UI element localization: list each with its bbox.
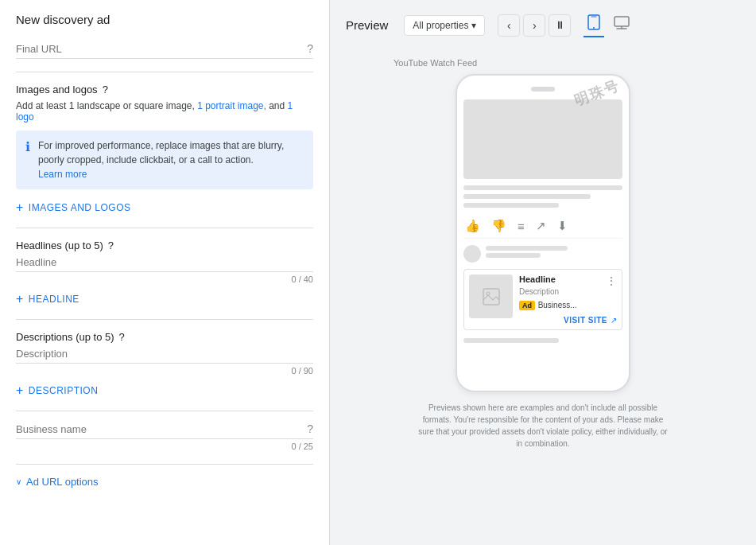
headline-char-count: 0 / 40: [16, 274, 313, 284]
headline-field-row: [16, 256, 313, 272]
business-name-char-count: 0 / 25: [16, 442, 313, 451]
next-button[interactable]: ›: [523, 14, 545, 37]
page-title: New discovery ad: [16, 13, 313, 26]
chevron-down-icon: ▾: [471, 20, 476, 31]
plus-icon-desc: +: [16, 383, 24, 398]
final-url-section: ?: [16, 42, 313, 59]
ad-card-content: Headline ⋮ Description Ad Business... VI…: [519, 274, 617, 325]
images-logos-header: Images and logos ?: [16, 84, 313, 95]
device-icons: [583, 13, 633, 37]
descriptions-help-icon[interactable]: ?: [119, 331, 125, 343]
business-name-input[interactable]: [16, 423, 307, 435]
images-logos-label: Images and logos: [16, 84, 98, 95]
headlines-section: Headlines (up to 5) ? 0 / 40 + HEADLINE: [16, 239, 313, 306]
descriptions-label: Descriptions (up to 5): [16, 331, 114, 343]
pause-button[interactable]: ⏸: [549, 14, 571, 37]
download-icon[interactable]: ⬇: [557, 219, 568, 233]
divider-3: [16, 319, 313, 320]
svg-point-1: [593, 27, 595, 29]
images-info-box: ℹ For improved performance, replace imag…: [16, 130, 313, 189]
plus-icon-headline: +: [16, 292, 24, 306]
ad-card-headline: Headline: [519, 274, 556, 284]
more-vert-icon[interactable]: ⋮: [606, 274, 617, 287]
comment-icon[interactable]: ≡: [518, 220, 525, 233]
gray-line-1: [463, 185, 622, 190]
properties-label: All properties: [413, 20, 468, 31]
thumb-down-icon[interactable]: 👎: [491, 219, 506, 233]
preview-sublabel: YouTube Watch Feed: [394, 58, 477, 68]
thumb-up-icon[interactable]: 👍: [465, 219, 480, 233]
ad-card-badge-row: Ad Business...: [519, 298, 617, 313]
right-panel: Preview All properties ▾ ‹ › ⏸ YouTube W…: [330, 0, 756, 545]
external-link-icon: ↗: [611, 316, 617, 325]
descriptions-section: Descriptions (up to 5) ? 0 / 90 + DESCRI…: [16, 331, 313, 398]
preview-header: Preview All properties ▾ ‹ › ⏸: [346, 13, 740, 37]
headlines-help-icon[interactable]: ?: [108, 239, 114, 251]
preview-title: Preview: [346, 18, 388, 32]
learn-more-link[interactable]: Learn more: [38, 169, 87, 180]
preview-footer: Previews shown here are examples and don…: [416, 402, 670, 450]
divider-5: [16, 464, 313, 465]
final-url-help-icon[interactable]: ?: [307, 42, 313, 55]
visit-site-button[interactable]: VISIT SITE: [564, 316, 607, 325]
channel-sub-line: [486, 253, 541, 258]
info-icon: ℹ: [25, 139, 30, 154]
svg-rect-3: [614, 17, 629, 26]
business-name-help-icon[interactable]: ?: [307, 422, 313, 435]
ad-card-footer: VISIT SITE ↗: [519, 316, 617, 325]
phone-image-area: [463, 99, 622, 179]
images-logos-subtitle: Add at least 1 landscape or square image…: [16, 100, 313, 123]
channel-info: [486, 246, 622, 262]
gray-line-3: [463, 203, 559, 208]
mobile-icon[interactable]: [583, 13, 604, 37]
add-headline-label: HEADLINE: [29, 294, 79, 305]
channel-name-line: [486, 246, 568, 251]
headlines-header: Headlines (up to 5) ?: [16, 239, 313, 251]
info-text: For improved performance, replace images…: [38, 138, 304, 181]
channel-avatar: [463, 245, 481, 263]
headline-input[interactable]: [16, 256, 313, 268]
final-url-input[interactable]: [16, 43, 307, 55]
divider-2: [16, 228, 313, 228]
left-panel: New discovery ad ? Images and logos ? Ad…: [0, 0, 330, 545]
phone-notch: [531, 87, 555, 91]
bottom-gray-lines: [463, 338, 622, 343]
add-description-label: DESCRIPTION: [29, 385, 99, 396]
properties-dropdown[interactable]: All properties ▾: [404, 15, 485, 36]
action-icons-row: 👍 👎 ≡ ↗ ⬇: [463, 214, 622, 239]
add-description-button[interactable]: + DESCRIPTION: [16, 383, 313, 398]
descriptions-header: Descriptions (up to 5) ?: [16, 331, 313, 343]
phone-gray-lines: [463, 185, 622, 208]
description-input[interactable]: [16, 348, 313, 360]
nav-controls: ‹ › ⏸: [498, 14, 571, 37]
business-name-section: ? 0 / 25: [16, 422, 313, 451]
final-url-row: ?: [16, 42, 313, 59]
images-logos-help-icon[interactable]: ?: [103, 84, 108, 95]
add-headline-button[interactable]: + HEADLINE: [16, 292, 313, 306]
svg-rect-6: [483, 289, 499, 305]
channel-row: [463, 245, 622, 263]
description-char-count: 0 / 90: [16, 366, 313, 376]
ad-card-top-row: Headline ⋮: [519, 274, 617, 287]
images-logos-section: Images and logos ? Add at least 1 landsc…: [16, 84, 313, 215]
description-field-row: [16, 348, 313, 364]
add-images-logos-button[interactable]: + IMAGES AND LOGOS: [16, 200, 313, 215]
ad-card-business: Business...: [538, 301, 577, 309]
ad-card-image: [469, 274, 513, 318]
bottom-line-1: [463, 338, 559, 343]
gray-line-2: [463, 194, 591, 199]
preview-area: YouTube Watch Feed 明珠号 👍 👎 ≡ ↗ ⬇: [346, 50, 740, 532]
chevron-down-icon: ∨: [16, 477, 21, 486]
divider-1: [16, 72, 313, 72]
share-icon[interactable]: ↗: [536, 219, 546, 233]
desktop-icon[interactable]: [611, 14, 633, 36]
prev-button[interactable]: ‹: [498, 14, 520, 37]
ad-card-description: Description: [519, 287, 617, 296]
ad-card: Headline ⋮ Description Ad Business... VI…: [463, 269, 622, 330]
divider-4: [16, 411, 313, 411]
phone-mockup: 明珠号 👍 👎 ≡ ↗ ⬇: [456, 74, 630, 392]
ad-url-options-toggle[interactable]: ∨ Ad URL options: [16, 476, 313, 488]
portrait-image-link[interactable]: 1 portrait image,: [197, 100, 266, 111]
headlines-label: Headlines (up to 5): [16, 239, 103, 251]
plus-icon: +: [16, 200, 24, 215]
